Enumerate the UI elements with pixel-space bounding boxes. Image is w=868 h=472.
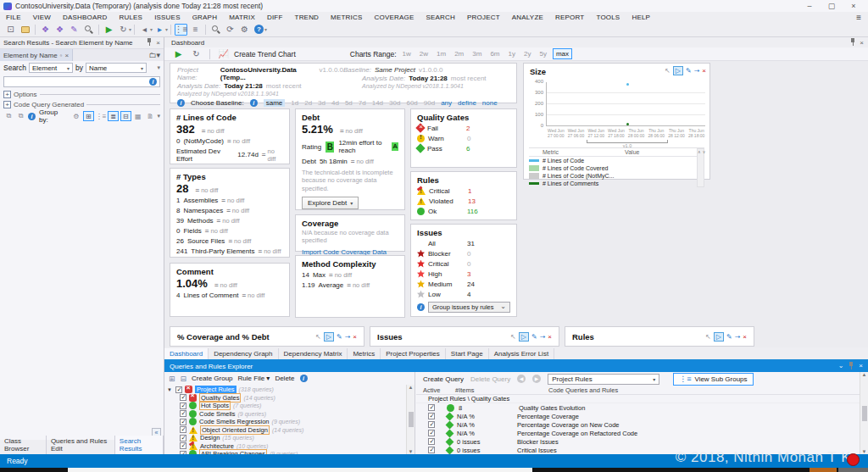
issues-row[interactable]: Medium24 bbox=[411, 279, 516, 289]
menu-project[interactable]: PROJECT bbox=[461, 14, 506, 21]
tree-scrollbar[interactable]: ▲▼ bbox=[406, 385, 415, 454]
delete-query-button[interactable]: Delete Query bbox=[470, 375, 510, 383]
create-query-button[interactable]: Create Query bbox=[423, 375, 464, 383]
menu-matrix[interactable]: MATRIX bbox=[223, 14, 261, 21]
range-2m[interactable]: 2m bbox=[452, 49, 466, 58]
close-button[interactable]: × bbox=[843, 1, 865, 12]
nav-forward-icon[interactable]: ▶ bbox=[532, 375, 541, 383]
checkbox[interactable] bbox=[180, 394, 186, 401]
menu-diff[interactable]: DIFF bbox=[261, 14, 289, 21]
menu-tools[interactable]: TOOLS bbox=[590, 14, 626, 21]
query-group-header[interactable]: Project Rules \ Quality Gates bbox=[416, 395, 868, 403]
rules-row[interactable]: Ok116 bbox=[411, 206, 516, 216]
navigate-forward-icon[interactable]: ▸ bbox=[153, 24, 166, 36]
checkbox[interactable] bbox=[180, 410, 186, 417]
run-rules-icon[interactable]: ❖ bbox=[39, 24, 52, 36]
tree-item-design[interactable]: Design (15 queries) bbox=[164, 434, 415, 442]
group-types-icon[interactable]: ≣ bbox=[108, 111, 119, 121]
menu-search[interactable]: SEARCH bbox=[420, 14, 461, 21]
chart-mode-icon[interactable]: ▷ bbox=[324, 332, 334, 342]
tab-class-browser[interactable]: Class Browser bbox=[0, 436, 47, 454]
baseline-none[interactable]: none bbox=[482, 99, 498, 107]
code-query-section-header[interactable]: + Code Query Generated bbox=[0, 99, 164, 109]
edit-chart-icon[interactable]: ✎ bbox=[337, 333, 342, 341]
baseline-3d[interactable]: 3d bbox=[318, 99, 326, 107]
run-queries-icon[interactable]: ❖ bbox=[53, 24, 66, 36]
range-5y[interactable]: 5y bbox=[537, 49, 548, 58]
checkbox[interactable] bbox=[428, 438, 435, 445]
menu-issues[interactable]: ISSUES bbox=[148, 14, 186, 21]
tree-view-icon[interactable]: ⋮≡ bbox=[175, 24, 187, 36]
menu-view[interactable]: VIEW bbox=[27, 14, 57, 21]
pointer-icon[interactable]: ↖ bbox=[510, 333, 516, 341]
pointer-icon[interactable]: ↖ bbox=[705, 333, 711, 341]
qe-pin-icon[interactable] bbox=[848, 362, 854, 371]
baseline-30d[interactable]: 30d bbox=[389, 99, 400, 107]
menu-file[interactable]: FILE bbox=[0, 14, 27, 21]
open-chart-icon[interactable]: ➝ bbox=[345, 333, 351, 341]
edit-chart-icon[interactable]: ✎ bbox=[726, 333, 732, 341]
close-chart-icon[interactable]: × bbox=[353, 333, 357, 341]
range-1w[interactable]: 1w bbox=[400, 49, 414, 58]
checkbox[interactable] bbox=[175, 386, 182, 393]
range-2w[interactable]: 2w bbox=[417, 49, 431, 58]
forward-caret-icon[interactable]: ▾ bbox=[165, 26, 168, 32]
checkbox[interactable] bbox=[428, 404, 435, 411]
view-sub-groups-button[interactable]: ⋮≡ View Sub Groups bbox=[673, 373, 753, 386]
legend-row[interactable]: # Lines of Code (NotMyC... bbox=[529, 172, 704, 180]
open-chart-icon[interactable]: ➝ bbox=[735, 333, 741, 341]
checkbox[interactable] bbox=[428, 413, 435, 419]
group-namespaces-icon[interactable]: ⋮≡ bbox=[96, 111, 107, 121]
refresh-analysis-icon[interactable]: ↻ bbox=[117, 24, 130, 36]
range-3m[interactable]: 3m bbox=[470, 49, 484, 58]
range-max[interactable]: max bbox=[553, 48, 572, 59]
rules-row[interactable]: Critical1 bbox=[411, 186, 516, 196]
baseline-5d[interactable]: 5d bbox=[345, 99, 353, 107]
chart-mode-icon[interactable]: ▷ bbox=[673, 66, 683, 75]
tab-search-results[interactable]: Search Results bbox=[115, 436, 164, 454]
rerun-analysis-icon[interactable]: ▶ bbox=[172, 48, 185, 60]
flat-view-icon[interactable]: ≡ bbox=[189, 24, 202, 36]
tab-project-properties[interactable]: Project Properties bbox=[381, 348, 446, 359]
range-2y[interactable]: 2y bbox=[521, 49, 533, 58]
menu-coverage[interactable]: COVERAGE bbox=[369, 14, 420, 21]
search-by-select[interactable]: Name bbox=[86, 63, 147, 73]
menu-dashboard[interactable]: DASHBOARD bbox=[57, 14, 113, 21]
group-issues-select[interactable]: Group issues by rules bbox=[428, 302, 510, 313]
range-1m[interactable]: 1m bbox=[434, 49, 448, 58]
collapse-groups-icon[interactable]: ⊟ bbox=[181, 375, 187, 383]
legend-row[interactable]: # Lines of Code Covered bbox=[529, 164, 704, 172]
quality-gate-row[interactable]: Warn0 bbox=[411, 133, 516, 143]
datapoint-lines-of-code[interactable] bbox=[626, 83, 629, 86]
panel-options-caret-icon[interactable]: ▾ bbox=[157, 64, 160, 71]
tab-metrics[interactable]: Metrics bbox=[348, 348, 381, 359]
back-caret-icon[interactable]: ▾ bbox=[150, 26, 153, 32]
maximize-button[interactable]: ▢ bbox=[821, 1, 843, 12]
legend-row[interactable]: # Lines of Comments bbox=[529, 180, 704, 187]
open-chart-icon[interactable]: ➝ bbox=[540, 333, 546, 341]
checkbox[interactable] bbox=[180, 435, 186, 441]
query-row[interactable]: N/A % Percentage Coverage bbox=[416, 412, 868, 420]
new-window-icon[interactable]: ⊡ bbox=[4, 24, 17, 36]
options-section-header[interactable]: + Options bbox=[0, 89, 164, 99]
search-input[interactable]: i bbox=[3, 76, 160, 87]
menu-overflow-icon[interactable]: ≡ bbox=[856, 13, 861, 22]
tab-dashboard[interactable]: Dashboard bbox=[164, 348, 209, 359]
help-icon[interactable]: ? bbox=[253, 24, 265, 36]
open-chart-icon[interactable]: ➝ bbox=[694, 67, 700, 75]
query-row[interactable]: 0 issues Blocker Issues bbox=[416, 437, 868, 446]
group-by-caret-icon[interactable]: ▾ bbox=[158, 113, 161, 119]
checkbox[interactable] bbox=[180, 403, 186, 409]
group-assemblies-icon[interactable]: ⊞ bbox=[83, 111, 94, 121]
qe-close-icon[interactable]: × bbox=[859, 362, 863, 371]
menu-analyze[interactable]: ANALYZE bbox=[506, 14, 549, 21]
explore-debt-button[interactable]: Explore Debt bbox=[302, 197, 359, 209]
tab-start-page[interactable]: Start Page bbox=[446, 348, 489, 359]
baseline-4d[interactable]: 4d bbox=[331, 99, 339, 107]
baseline-7d[interactable]: 7d bbox=[359, 99, 366, 107]
tree-item-object-oriented-design[interactable]: Object Oriented Design (14 queries) bbox=[164, 426, 415, 435]
pin-icon[interactable] bbox=[146, 38, 153, 47]
rules-row[interactable]: Violated13 bbox=[411, 196, 516, 206]
run-analysis-icon[interactable]: ▶ bbox=[103, 24, 115, 36]
checkbox[interactable] bbox=[180, 426, 186, 433]
